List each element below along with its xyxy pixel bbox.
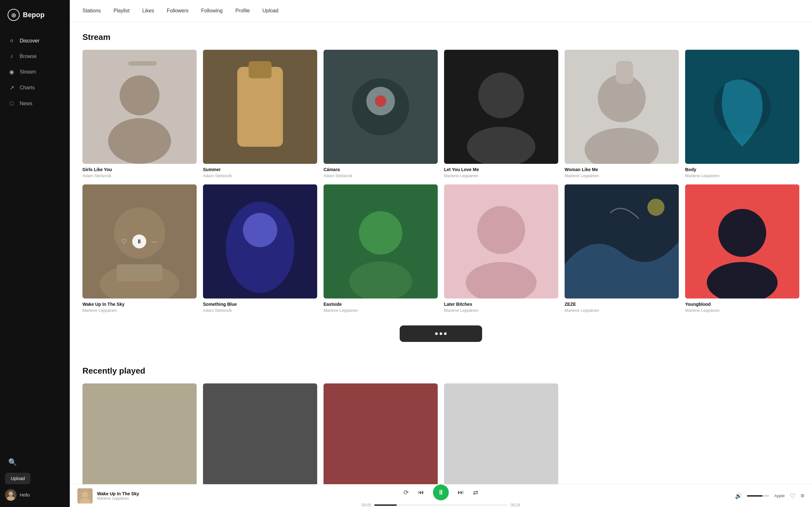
heart-overlay-button[interactable]: ♡ [604,238,609,245]
header-nav-stations[interactable]: Stations [83,7,101,15]
more-overlay-button[interactable]: ··· [513,238,519,245]
track-artist: Adam Stefancik [203,308,317,313]
more-overlay-button[interactable]: ··· [513,103,519,111]
discover-icon: ○ [8,38,15,44]
sidebar-item-news[interactable]: □ News [4,96,66,111]
track-artist: Marlene Leppänen [565,308,679,313]
logo[interactable]: ◎ Bepop [0,0,70,34]
progress-track[interactable] [374,504,507,506]
more-overlay-button[interactable]: ··· [633,238,640,245]
header-nav-followers[interactable]: Followers [167,7,189,15]
sidebar-item-charts[interactable]: ↗ Charts [4,80,66,95]
heart-overlay-button[interactable]: ♡ [121,103,127,111]
heart-overlay-button[interactable]: ♡ [121,238,127,245]
track-card[interactable]: ♡ ▶ ··· Woman Like Me Marlene Leppänen [565,50,679,178]
more-overlay-button[interactable]: ··· [151,103,158,111]
like-button[interactable]: ♡ [790,492,796,500]
header-nav-playlist[interactable]: Playlist [113,7,130,15]
track-name: Youngblood [685,302,799,307]
more-overlay-button[interactable]: ··· [151,238,158,245]
shuffle-button[interactable]: ⇄ [473,489,478,496]
track-artist: Marlene Leppänen [685,308,799,313]
header-nav-upload[interactable]: Upload [262,7,278,15]
play-overlay-button[interactable]: ▶ [494,234,508,248]
track-card[interactable]: ♡ ⏸ ··· Wake Up In The Sky Marlene Leppä… [83,184,197,313]
track-card[interactable] [83,383,197,484]
heart-overlay-button[interactable]: ♡ [483,238,489,245]
track-card[interactable] [323,383,438,484]
more-overlay-button[interactable]: ··· [754,238,760,245]
main-content: Stream ♡ ▶ ··· Girls Like You Adam Stefa… [70,22,812,484]
more-overlay-button[interactable]: ··· [633,103,640,111]
header-nav-likes[interactable]: Likes [142,7,154,15]
volume-icon[interactable]: 🔊 [735,493,742,499]
sidebar-item-browse[interactable]: ♪ Browse [4,49,66,63]
play-overlay-button[interactable]: ▶ [373,234,387,248]
track-card[interactable]: ♡ ▶ ··· ZEZE Marlene Leppänen [565,184,679,313]
track-overlay: ♡ ⏸ ··· [83,184,197,298]
heart-overlay-button[interactable]: ♡ [483,103,489,111]
load-more-button[interactable] [400,326,482,342]
track-card[interactable]: ♡ ▶ ··· Girls Like You Adam Stefancik [83,50,197,178]
track-name: Eastside [323,302,438,307]
sidebar-item-stream[interactable]: ◉ Stream [4,65,66,79]
sidebar-item-discover[interactable]: ○ Discover [4,34,66,48]
play-pause-button[interactable]: ⏸ [433,485,449,500]
volume-slider[interactable] [747,495,769,497]
heart-overlay-button[interactable]: ♡ [724,238,730,245]
play-overlay-button[interactable]: ▶ [253,234,267,248]
track-artist: Adam Stefancik [83,173,197,178]
search-button[interactable]: 🔍 [5,457,65,468]
track-card[interactable]: ♡ ▶ ··· Later Bitches Marlene Leppänen [444,184,558,313]
track-card[interactable]: ♡ ▶ ··· Let You Love Me Marlene Leppänen [444,50,558,178]
repeat-button[interactable]: ⟳ [403,489,409,496]
heart-overlay-button[interactable]: ♡ [604,103,609,111]
play-overlay-button[interactable]: ▶ [132,100,146,114]
heart-overlay-button[interactable]: ♡ [362,103,368,111]
queue-button[interactable]: ≡ [801,492,804,499]
track-name: Let You Love Me [444,167,558,172]
sidebar-upload-button[interactable]: Upload [5,473,31,484]
heart-overlay-button[interactable]: ♡ [242,103,248,111]
heart-overlay-button[interactable]: ♡ [362,238,368,245]
track-card[interactable]: ♡ ▶ ··· Something Blue Adam Stefancik [203,184,317,313]
play-overlay-button[interactable]: ▶ [735,100,749,114]
track-card[interactable]: ♡ ▶ ··· Cámara Adam Stefancik [323,50,438,178]
pause-overlay-button[interactable]: ⏸ [132,234,146,248]
play-overlay-button[interactable]: ▶ [494,100,508,114]
more-overlay-button[interactable]: ··· [272,103,278,111]
track-thumbnail: ♡ ▶ ··· [203,184,317,298]
track-card[interactable] [203,383,317,484]
header-nav-profile[interactable]: Profile [235,7,250,15]
more-overlay-button[interactable]: ··· [754,103,760,111]
more-overlay-button[interactable]: ··· [392,238,399,245]
track-card[interactable] [444,383,558,484]
play-overlay-button[interactable]: ▶ [253,100,267,114]
sidebar-nav: ○ Discover ♪ Browse ◉ Stream ↗ Charts □ … [0,34,70,451]
track-card[interactable]: ♡ ▶ ··· Body Marlene Leppänen [685,50,799,178]
track-name: Cámara [323,167,438,172]
svg-rect-43 [323,383,438,484]
svg-rect-42 [203,383,317,484]
heart-overlay-button[interactable]: ♡ [724,103,730,111]
svg-point-1 [9,492,13,496]
heart-overlay-button[interactable]: ♡ [242,238,248,245]
header-nav-following[interactable]: Following [201,7,223,15]
more-overlay-button[interactable]: ··· [272,238,278,245]
play-overlay-button[interactable]: ▶ [735,234,749,248]
play-overlay-button[interactable]: ▶ [373,100,387,114]
track-card[interactable]: ♡ ▶ ··· Summer Adam Stefancik [203,50,317,178]
track-artist: Marlene Leppänen [323,308,438,313]
play-overlay-button[interactable]: ▶ [614,234,628,248]
track-artist: Marlene Leppänen [444,308,558,313]
sidebar-item-label: Browse [20,54,37,59]
previous-button[interactable]: ⏮ [418,489,424,496]
user-row[interactable]: Hello [5,489,65,501]
track-artist: Adam Stefancik [203,173,317,178]
track-name: Something Blue [203,302,317,307]
next-button[interactable]: ⏭ [458,489,464,496]
track-card[interactable]: ♡ ▶ ··· Eastside Marlene Leppänen [323,184,438,313]
more-overlay-button[interactable]: ··· [392,103,399,111]
play-overlay-button[interactable]: ▶ [614,100,628,114]
track-card[interactable]: ♡ ▶ ··· Youngblood Marlene Leppänen [685,184,799,313]
